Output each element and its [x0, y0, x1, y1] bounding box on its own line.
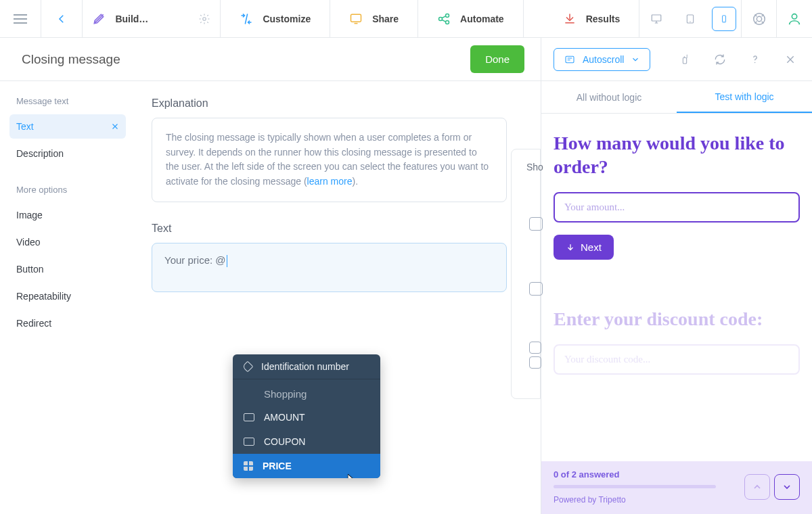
- close-icon[interactable]: [111, 122, 119, 131]
- tab-label: Share: [372, 14, 399, 24]
- sidebar-item-label: Text: [16, 121, 34, 132]
- page-title: Closing message: [22, 52, 120, 67]
- mouse-cursor: [348, 474, 357, 478]
- next-button[interactable]: Next: [554, 235, 614, 260]
- svg-point-15: [754, 62, 756, 63]
- preview-header: Autoscroll: [541, 38, 812, 81]
- sidebar-item-text[interactable]: Text: [9, 114, 126, 139]
- tablet-icon: [685, 12, 696, 26]
- clear-button[interactable]: [670, 47, 700, 72]
- svg-point-7: [690, 21, 691, 22]
- refresh-icon: [713, 53, 727, 66]
- peek-icon[interactable]: [529, 217, 543, 231]
- lifebuoy-icon: [752, 11, 767, 26]
- dropdown-item-label: AMOUNT: [264, 412, 305, 423]
- tab-automate[interactable]: Automate: [418, 0, 524, 37]
- chevron-up-icon: [752, 482, 763, 492]
- tab-test-with-logic[interactable]: Test with logic: [677, 81, 812, 113]
- menu-button[interactable]: [0, 0, 41, 37]
- svg-point-4: [446, 20, 449, 24]
- tab-label: Customize: [263, 14, 311, 24]
- preview-help-button[interactable]: [740, 47, 770, 72]
- dropdown-item-price[interactable]: PRICE: [233, 454, 380, 478]
- svg-point-9: [724, 21, 725, 22]
- device-desktop-button[interactable]: [639, 0, 673, 38]
- left-header: Closing message Done: [0, 38, 541, 81]
- svg-rect-14: [683, 57, 686, 64]
- sidebar-section-heading: More options: [16, 185, 119, 195]
- next-question-button[interactable]: [774, 474, 800, 500]
- dropdown-item-coupon[interactable]: COUPON: [233, 429, 380, 454]
- sidebar-item-image[interactable]: Image: [9, 203, 126, 227]
- text-label: Text: [152, 223, 507, 235]
- powered-by: Powered by Tripetto: [554, 495, 744, 505]
- refresh-button[interactable]: [705, 47, 735, 72]
- preview-tabs: All without logic Test with logic: [541, 81, 812, 114]
- sidebar-item-repeatability[interactable]: Repeatability: [9, 284, 126, 308]
- question-title: How many would you like to order?: [554, 131, 800, 179]
- dropdown-item-label: Identification number: [261, 361, 349, 372]
- share-icon: [349, 12, 363, 26]
- customize-icon: [240, 12, 253, 26]
- sidebar-section-heading: Message text: [16, 96, 119, 106]
- peek-icon-group[interactable]: [529, 342, 541, 371]
- desktop-icon: [650, 13, 663, 25]
- svg-point-0: [203, 17, 206, 20]
- right-pane: Autoscroll All without logic Test with l…: [541, 38, 812, 514]
- tab-all-without-logic[interactable]: All without logic: [541, 81, 677, 113]
- learn-more-link[interactable]: learn more: [307, 176, 353, 187]
- dropdown-item-label: COUPON: [264, 436, 305, 447]
- dropdown-item-amount[interactable]: AMOUNT: [233, 405, 380, 429]
- tab-customize[interactable]: Customize: [221, 0, 330, 37]
- sidebar-item-button[interactable]: Button: [9, 257, 126, 281]
- dropdown-group-header: Shopping: [233, 379, 380, 405]
- gear-icon[interactable]: [198, 13, 210, 25]
- chevron-down-icon: [782, 482, 792, 492]
- device-tablet-button[interactable]: [673, 0, 707, 38]
- results-icon: [563, 12, 577, 26]
- caret: [227, 255, 227, 267]
- text-input[interactable]: Your price: @: [152, 243, 507, 292]
- explanation-text-b: ).: [352, 176, 358, 187]
- explanation-label: Explanation: [152, 97, 507, 110]
- next-label: Next: [581, 241, 602, 253]
- dropdown-item-identification[interactable]: Identification number: [233, 354, 380, 379]
- preview-footer: 0 of 2 answered Powered by Tripetto: [541, 461, 812, 514]
- variable-dropdown: Identification number Shopping AMOUNT: [233, 354, 380, 478]
- device-phone-button[interactable]: [712, 7, 736, 31]
- field-icon: [244, 413, 254, 421]
- dropdown-item-label: PRICE: [263, 461, 292, 471]
- progress-bar: [554, 485, 716, 488]
- close-preview-button[interactable]: [775, 47, 805, 72]
- close-icon: [785, 54, 796, 65]
- tab-build[interactable]: Build…: [83, 0, 221, 37]
- sidebar-item-video[interactable]: Video: [9, 230, 126, 254]
- tag-icon: [242, 360, 254, 372]
- done-button[interactable]: Done: [470, 45, 524, 73]
- svg-rect-1: [351, 14, 361, 22]
- left-pane: Closing message Done Message text Text D…: [0, 38, 541, 514]
- question-title: Enter your discount code:: [554, 307, 800, 331]
- peek-icon[interactable]: [529, 282, 543, 296]
- sidebar-item-redirect[interactable]: Redirect: [9, 311, 126, 335]
- question-icon: [749, 52, 761, 67]
- help-button[interactable]: [742, 0, 777, 37]
- tab-share[interactable]: Share: [330, 0, 418, 37]
- discount-input[interactable]: [554, 344, 800, 375]
- peek-strip: Sho: [511, 149, 541, 399]
- tab-results[interactable]: Results: [544, 0, 640, 37]
- spray-icon: [679, 53, 690, 66]
- autoscroll-button[interactable]: Autoscroll: [554, 48, 650, 71]
- automate-icon: [437, 12, 451, 26]
- back-button[interactable]: [41, 0, 83, 37]
- prev-question-button[interactable]: [744, 474, 770, 500]
- autoscroll-icon: [564, 54, 576, 65]
- amount-input[interactable]: [554, 192, 800, 223]
- tab-label: Results: [586, 14, 621, 24]
- arrow-down-icon: [566, 243, 575, 252]
- svg-point-11: [757, 16, 761, 21]
- sidebar-item-description[interactable]: Description: [9, 141, 126, 166]
- account-button[interactable]: [777, 0, 812, 37]
- chevron-down-icon: [631, 55, 640, 64]
- hamburger-icon: [14, 18, 27, 20]
